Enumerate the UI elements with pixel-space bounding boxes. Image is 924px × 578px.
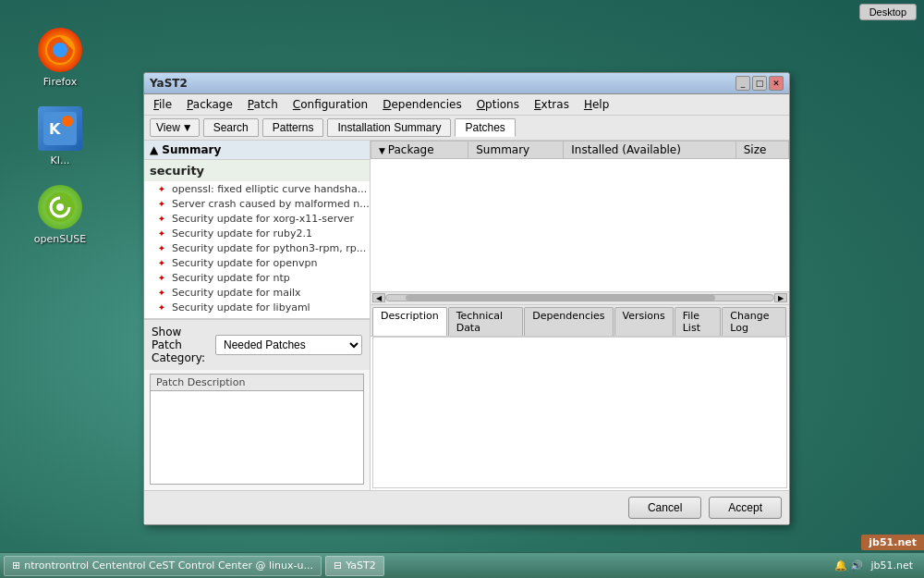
firefox-icon [38, 28, 82, 72]
detail-tab-changelog[interactable]: Change Log [722, 307, 786, 336]
tree-header: ▲ Summary [144, 141, 370, 160]
list-item[interactable]: ✦ Security update for xorg-x11-server [144, 211, 370, 226]
detail-tab-filelist[interactable]: File List [675, 307, 722, 336]
check-icon: ✦ [155, 286, 168, 299]
close-button[interactable]: ✕ [769, 76, 784, 91]
check-icon: ✦ [155, 301, 168, 314]
detail-tab-description[interactable]: Description [372, 307, 447, 336]
check-icon: ✦ [155, 256, 168, 269]
yast-window: YaST2 _ □ ✕ File Package Patch Configura… [143, 72, 790, 525]
window-title: YaST2 [150, 77, 188, 90]
scroll-thumb[interactable] [406, 295, 715, 301]
check-icon: ✦ [155, 197, 168, 210]
patch-category-select[interactable]: All Patches Needed Patches Security Patc… [215, 335, 362, 355]
view-label: View [156, 121, 180, 134]
minimize-button[interactable]: _ [736, 76, 750, 91]
kde-icon: K [38, 106, 82, 151]
taskbar-yast[interactable]: ⊟ YaST2 [325, 556, 384, 576]
check-icon: ✦ [155, 227, 168, 240]
list-item[interactable]: ✦ Server crash caused by malformed n... [144, 196, 370, 211]
watermark: jb51.net [861, 535, 924, 550]
taskbar-yast-label: YaST2 [346, 560, 376, 572]
list-item[interactable]: ✦ Security update for mailx [144, 285, 370, 300]
list-item[interactable]: ✦ Security update for libyaml [144, 300, 370, 314]
check-icon: ✦ [155, 182, 168, 195]
menu-help[interactable]: Help [578, 96, 614, 113]
table-area[interactable]: Package Summary Installed (Available) Si… [371, 141, 789, 291]
list-item[interactable]: ✦ Security update for ntp [144, 270, 370, 285]
patch-description-area: Patch Description [150, 374, 364, 485]
taskbar-icons: 🔔 🔊 [834, 560, 864, 572]
svg-point-1 [53, 43, 67, 57]
kde-label: KI... [51, 154, 70, 166]
col-installed[interactable]: Installed (Available) [564, 141, 736, 159]
taskbar: ⊞ ntrontrontrol Cententrol CeST Control … [0, 552, 924, 578]
main-content: ▲ Summary security ✦ openssl: fixed elli… [144, 141, 789, 490]
check-icon: ✦ [155, 271, 168, 284]
tree-area[interactable]: ▲ Summary security ✦ openssl: fixed elli… [144, 141, 370, 319]
tab-installation-summary[interactable]: Installation Summary [327, 118, 451, 137]
patch-description-label: Patch Description [151, 375, 363, 391]
list-item[interactable]: ✦ openssl: fixed elliptic curve handsha.… [144, 181, 370, 196]
svg-text:K: K [49, 120, 61, 138]
menu-bar: File Package Patch Configuration Depende… [144, 94, 789, 116]
menu-extras[interactable]: Extras [529, 96, 575, 113]
list-item[interactable]: ✦ Security update for ruby2.1 [144, 226, 370, 240]
detail-tabs: Description Technical Data Dependencies … [371, 304, 789, 337]
detail-content-area [372, 337, 787, 489]
detail-tab-technical[interactable]: Technical Data [448, 307, 524, 336]
accept-button[interactable]: Accept [709, 497, 782, 519]
desktop-button[interactable]: Desktop [859, 4, 917, 20]
col-summary[interactable]: Summary [468, 141, 564, 159]
scroll-right-arrow[interactable]: ▶ [774, 293, 787, 302]
tab-patches[interactable]: Patches [455, 118, 515, 137]
kde-desktop-icon[interactable]: K KI... [28, 106, 92, 166]
toolbar: View ▼ Search Patterns Installation Summ… [144, 116, 789, 141]
taskbar-right: 🔔 🔊 jb51.net [834, 560, 920, 572]
col-package[interactable]: Package [371, 141, 468, 159]
scroll-left-arrow[interactable]: ◀ [372, 293, 385, 302]
title-bar: YaST2 _ □ ✕ [144, 73, 789, 94]
title-controls: _ □ ✕ [736, 76, 784, 91]
list-item[interactable]: ✦ Security update for python3-rpm, rp... [144, 240, 370, 255]
right-panel: Package Summary Installed (Available) Si… [371, 141, 789, 490]
taskbar-control-center[interactable]: ⊞ ntrontrontrol Cententrol CeST Control … [4, 556, 322, 576]
list-item[interactable]: ✦ Security update for openvpn [144, 255, 370, 270]
scroll-track[interactable] [385, 294, 774, 301]
menu-dependencies[interactable]: Dependencies [377, 96, 467, 113]
maximize-button[interactable]: □ [752, 76, 767, 91]
check-icon: ✦ [155, 241, 168, 254]
menu-configuration[interactable]: Configuration [287, 96, 373, 113]
firefox-label: Firefox [43, 76, 77, 88]
detail-tab-versions[interactable]: Versions [614, 307, 674, 336]
collapse-icon[interactable]: ▲ [150, 143, 158, 156]
package-table: Package Summary Installed (Available) Si… [371, 141, 789, 159]
col-size[interactable]: Size [736, 141, 788, 159]
tab-patterns[interactable]: Patterns [262, 118, 324, 137]
taskbar-watermark: jb51.net [870, 560, 913, 572]
check-icon: ✦ [155, 212, 168, 225]
bottom-bar: Cancel Accept [144, 490, 789, 524]
opensuse-icon [38, 185, 82, 229]
cancel-button[interactable]: Cancel [628, 497, 701, 519]
menu-package[interactable]: Package [181, 96, 238, 113]
left-panel: ▲ Summary security ✦ openssl: fixed elli… [144, 141, 371, 490]
svg-point-6 [56, 203, 64, 211]
tab-search[interactable]: Search [203, 118, 259, 137]
opensuse-desktop-icon[interactable]: openSUSE [28, 185, 92, 245]
tree-header-label: Summary [162, 143, 221, 156]
opensuse-label: openSUSE [34, 233, 86, 245]
svg-point-4 [62, 116, 73, 127]
taskbar-cc-icon: ⊞ [12, 560, 20, 572]
taskbar-cc-label: ntrontrontrol Cententrol CeST Control Ce… [24, 560, 313, 572]
detail-tab-dependencies[interactable]: Dependencies [524, 307, 613, 336]
patch-category-row: Show Patch Category: All Patches Needed … [144, 319, 370, 370]
taskbar-yast-icon: ⊟ [334, 560, 342, 572]
firefox-desktop-icon[interactable]: Firefox [28, 28, 92, 88]
view-dropdown-icon: ▼ [182, 121, 193, 134]
view-button[interactable]: View ▼ [150, 118, 200, 137]
horizontal-scrollbar[interactable]: ◀ ▶ [371, 291, 789, 304]
menu-options[interactable]: Options [471, 96, 525, 113]
menu-file[interactable]: File [148, 96, 177, 113]
menu-patch[interactable]: Patch [242, 96, 284, 113]
